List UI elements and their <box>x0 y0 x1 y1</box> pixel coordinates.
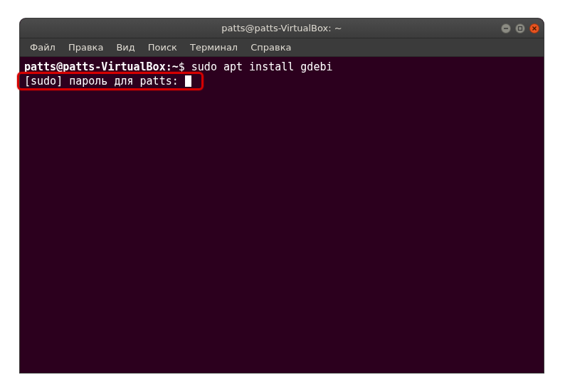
svg-rect-1 <box>519 26 522 30</box>
maximize-icon <box>517 26 523 31</box>
menu-terminal[interactable]: Терминал <box>184 40 243 55</box>
window-controls <box>501 23 539 33</box>
terminal-line-2: [sudo] пароль для patts: <box>24 74 539 88</box>
close-icon <box>532 26 537 31</box>
command-text: sudo apt install gdebi <box>191 60 333 73</box>
minimize-icon <box>503 26 509 31</box>
menu-help[interactable]: Справка <box>245 40 297 55</box>
terminal-window: patts@patts-VirtualBox: ~ Файл Правка Ви… <box>20 18 544 373</box>
titlebar[interactable]: patts@patts-VirtualBox: ~ <box>20 18 544 38</box>
menu-file[interactable]: Файл <box>24 40 61 55</box>
maximize-button[interactable] <box>515 23 525 33</box>
prompt-path: ~ <box>172 60 179 73</box>
menubar: Файл Правка Вид Поиск Терминал Справка <box>20 38 544 57</box>
menu-view[interactable]: Вид <box>110 40 140 55</box>
minimize-button[interactable] <box>501 23 511 33</box>
sudo-password-prompt: [sudo] пароль для patts: <box>24 75 185 88</box>
menu-edit[interactable]: Правка <box>63 40 109 55</box>
cursor <box>185 75 191 87</box>
prompt-symbol: $ <box>179 60 191 73</box>
menu-search[interactable]: Поиск <box>142 40 183 55</box>
window-title: patts@patts-VirtualBox: ~ <box>221 23 342 33</box>
terminal-line-1: patts@patts-VirtualBox:~$ sudo apt insta… <box>24 60 539 74</box>
terminal-body[interactable]: patts@patts-VirtualBox:~$ sudo apt insta… <box>20 57 544 373</box>
prompt-user-host: patts@patts-VirtualBox <box>24 60 166 73</box>
prompt-colon: : <box>166 60 172 73</box>
close-button[interactable] <box>529 23 539 33</box>
